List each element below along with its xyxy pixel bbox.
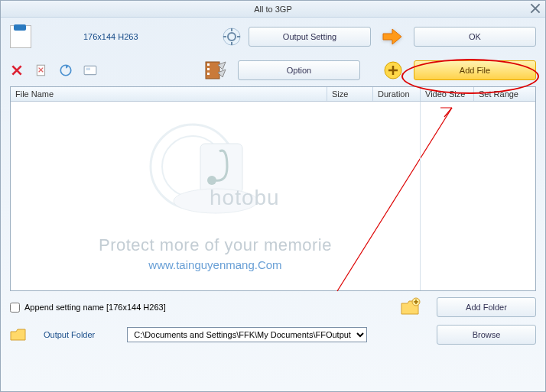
svg-rect-5 xyxy=(86,68,90,70)
append-setting-checkbox[interactable] xyxy=(10,303,20,313)
browse-button[interactable]: Browse xyxy=(437,325,536,345)
watermark: Protect more of your memorie www.tainguy… xyxy=(11,102,420,290)
option-label: Option xyxy=(287,66,311,75)
output-setting-label: Output Setting xyxy=(283,32,336,41)
option-button[interactable]: Option xyxy=(238,60,360,80)
append-setting-label: Append setting name [176x144 H263] xyxy=(24,303,166,312)
svg-rect-9 xyxy=(207,73,210,75)
grid-body-right[interactable] xyxy=(421,102,535,290)
col-size[interactable]: Size xyxy=(327,87,373,101)
format-label: 176x144 H263 xyxy=(83,32,138,41)
svg-rect-8 xyxy=(207,68,210,70)
clear-icon[interactable] xyxy=(34,63,48,77)
output-folder-icon[interactable] xyxy=(10,327,27,342)
output-setting-icon xyxy=(221,26,242,47)
output-setting-button[interactable]: Output Setting xyxy=(249,27,371,47)
window-title: All to 3GP xyxy=(254,5,292,14)
col-setrange[interactable]: Set Range xyxy=(474,87,535,101)
add-folder-button[interactable]: Add Folder xyxy=(437,297,536,317)
watermark-text-1: Protect more of your memorie xyxy=(99,235,332,255)
title-bar: All to 3GP xyxy=(1,1,545,18)
refresh-icon[interactable] xyxy=(59,63,73,77)
col-filename[interactable]: File Name xyxy=(11,87,327,101)
svg-point-15 xyxy=(174,189,258,213)
close-icon[interactable] xyxy=(530,3,541,14)
svg-point-16 xyxy=(207,176,216,185)
output-folder-label: Output Folder xyxy=(44,330,95,339)
grid-body-left[interactable]: Protect more of your memorie www.tainguy… xyxy=(11,102,421,290)
add-folder-label: Add Folder xyxy=(466,303,507,312)
svg-rect-7 xyxy=(207,63,210,66)
browse-label: Browse xyxy=(473,330,501,339)
delete-icon[interactable] xyxy=(10,63,24,77)
output-path-select[interactable]: C:\Documents and Settings\FFK\My Documen… xyxy=(127,327,367,342)
arrow-right-icon xyxy=(382,28,403,46)
file-grid: File Name Size Duration Video Size Set R… xyxy=(10,86,536,291)
card-icon[interactable] xyxy=(83,63,97,77)
option-film-icon xyxy=(204,60,227,80)
watermark-text-2: www.tainguyenmang.Com xyxy=(148,258,281,271)
format-3gp-icon xyxy=(10,25,31,48)
ok-button[interactable]: OK xyxy=(414,27,536,47)
grid-header: File Name Size Duration Video Size Set R… xyxy=(11,87,535,102)
add-file-icon xyxy=(383,60,403,80)
col-videosize[interactable]: Video Size xyxy=(421,87,474,101)
add-file-button[interactable]: Add File xyxy=(414,60,536,80)
col-duration[interactable]: Duration xyxy=(373,87,421,101)
new-folder-icon[interactable] xyxy=(400,297,421,317)
add-file-label: Add File xyxy=(460,66,490,75)
ok-label: OK xyxy=(469,32,481,41)
